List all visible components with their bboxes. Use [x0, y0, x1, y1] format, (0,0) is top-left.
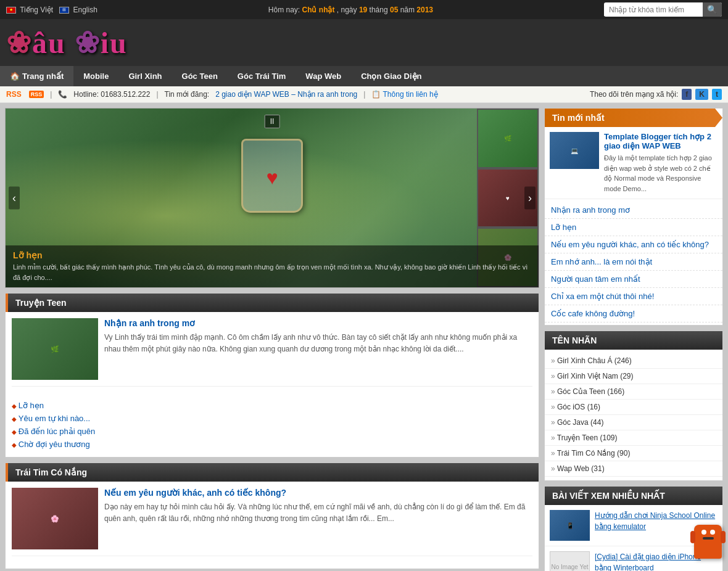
robot-eyes: [701, 530, 715, 535]
sidebar-link-2[interactable]: Nếu em yêu người khác, anh có tiếc không…: [545, 236, 722, 253]
nav-girl-xinh[interactable]: Girl Xinh: [118, 66, 172, 86]
article-title-link[interactable]: Nhận ra anh trong mơ: [104, 318, 532, 328]
slider-caption: Lỡ hẹn Linh mỉm cười, bất giác thấy mình…: [6, 245, 539, 287]
rss-icon: RSS: [29, 91, 44, 98]
nav-home[interactable]: 🏠 Trang nhất: [0, 66, 73, 86]
bullet-links: Lỡ hẹn Yêu em tự khi nào... Đã đến lúc p…: [6, 399, 539, 457]
slider-next-button[interactable]: ›: [524, 187, 536, 210]
sidebar-featured-post: 💻 Template Blogger tích hợp 2 giao diện …: [545, 127, 722, 199]
bullet-link-2[interactable]: Đã đến lúc phải quên: [12, 425, 532, 438]
bullet-link-1[interactable]: Yêu em tự khi nào...: [12, 412, 532, 425]
main-layout: ♥ II ‹ › 🌿 ♥ 🌸: [0, 103, 728, 571]
article-content-trai-tim: Nếu em yêu người khác, anh có tiếc không…: [104, 488, 532, 549]
sidebar-link-5[interactable]: Chỉ xa em một chút thôi nhé!: [545, 288, 722, 305]
lang-viet-link[interactable]: Tiếng Việt: [6, 6, 53, 14]
hotline-text: Hotline: 01683.512.222: [73, 90, 150, 99]
robot-mouth: [703, 537, 714, 540]
label-item-6[interactable]: Trái Tim Có Nắng (90): [545, 446, 722, 461]
new-post-link[interactable]: 2 giao diện WAP WEB – Nhận ra anh trong: [215, 90, 357, 99]
nav-goc-teen[interactable]: Góc Teen: [172, 66, 228, 86]
sidebar-link-1[interactable]: Lỡ hẹn: [545, 219, 722, 236]
labels-header: TÊN NHÃN: [545, 331, 722, 350]
nav-mobile[interactable]: Mobile: [73, 66, 118, 86]
label-item-7[interactable]: Wap Web (31): [545, 461, 722, 477]
lang-en-link[interactable]: English: [59, 6, 97, 14]
en-flag-icon: [59, 7, 69, 14]
twitter-icon[interactable]: t: [712, 89, 722, 100]
sidebar-link-0[interactable]: Nhận ra anh trong mơ: [545, 202, 722, 219]
trai-tim-section: Trái Tim Có Nắng 🌸 Nếu em yêu người khác…: [5, 462, 539, 569]
lang-en-label: English: [73, 6, 97, 14]
article-content: Nhận ra anh trong mơ Vy Linh thấy trái t…: [104, 318, 532, 380]
label-item-0[interactable]: Girl Xinh Châu Á (246): [545, 353, 722, 369]
contact-link[interactable]: 📋 Thông tin liên hệ: [371, 90, 437, 99]
label-item-2[interactable]: Góc Của Teen (166): [545, 384, 722, 400]
date-display: Hôm nay: Chủ nhật , ngày 19 tháng 05 năm…: [268, 6, 433, 14]
robot-eye-left: [701, 530, 706, 535]
label-item-3[interactable]: Góc iOS (16): [545, 400, 722, 415]
article-thumb-img-trai-tim: 🌸: [12, 488, 98, 549]
search-input[interactable]: [604, 4, 703, 16]
top-bar: Tiếng Việt English Hôm nay: Chủ nhật , n…: [0, 0, 728, 19]
mv-thumb-1: No Image Yet: [550, 551, 590, 571]
bottle-illustration: ♥: [217, 139, 328, 237]
bullet-link-0[interactable]: Lỡ hẹn: [12, 399, 532, 412]
latest-news-box: Tin mới nhất 💻 Template Blogger tích hợp…: [544, 108, 723, 326]
slider-pause-button[interactable]: II: [265, 115, 280, 128]
slider-thumb-1[interactable]: 🌿: [477, 109, 539, 168]
nav-chon-giao-dien[interactable]: Chọn Giao Diện: [351, 66, 431, 86]
nav-bar: 🏠 Trang nhất Mobile Girl Xinh Góc Teen G…: [0, 66, 728, 86]
new-post-label: Tin mới đăng:: [165, 90, 210, 99]
label-item-4[interactable]: Góc Java (44): [545, 415, 722, 430]
article-thumbnail: 🌿: [12, 318, 98, 380]
labels-box: TÊN NHÃN Girl Xinh Châu Á (246) Girl Xin…: [544, 331, 723, 481]
nav-goc-trai-tim[interactable]: Góc Trái Tim: [228, 66, 296, 86]
trai-tim-articles: 🌸 Nếu em yêu người khác, anh có tiếc khô…: [6, 482, 539, 569]
thumb-image-1: 🌿: [478, 110, 537, 167]
heart-icon: ♥: [243, 141, 301, 215]
slider-caption-title: Lỡ hẹn: [13, 250, 531, 260]
article-item-trai-tim: 🌸 Nếu em yêu người khác, anh có tiếc khô…: [12, 488, 532, 556]
sidebar-link-6[interactable]: Cốc cafe không đường!: [545, 305, 722, 322]
slider-caption-desc: Linh mỉm cười, bất giác thấy mình hạnh p…: [13, 262, 531, 282]
kling-icon[interactable]: K: [695, 89, 708, 100]
truyen-teen-section: Truyện Teen 🌿 Nhận ra anh trong mơ Vy Li…: [5, 293, 539, 458]
slider-main-image: ♥ II ‹ › 🌿 ♥ 🌸: [6, 109, 539, 287]
hotline-icon: 📞: [58, 90, 67, 99]
label-list: Girl Xinh Châu Á (246) Girl Xinh Việt Na…: [545, 350, 722, 480]
nav-wap-web[interactable]: Wap Web: [296, 66, 351, 86]
sidebar-featured-text: Template Blogger tích hợp 2 giao diện WA…: [604, 132, 718, 194]
latest-news-header: Tin mới nhất: [545, 109, 722, 127]
sidebar-featured-thumb: 💻: [550, 132, 599, 169]
image-slider: ♥ II ‹ › 🌿 ♥ 🌸: [5, 108, 539, 288]
slider-prev-button[interactable]: ‹: [9, 187, 20, 210]
site-logo[interactable]: ❀âu ❀iu: [6, 25, 128, 60]
sidebar-link-3[interactable]: Em nhớ anh... là em nói thật: [545, 253, 722, 271]
article-excerpt-trai-tim: Dạo này em hay tự hỏi mình câu hỏi ấy. V…: [104, 501, 532, 525]
most-viewed-header: BÀI VIẾT XEM NHIỀU NHẤT: [545, 487, 722, 505]
sidebar-featured-title[interactable]: Template Blogger tích hợp 2 giao diện WA…: [604, 132, 718, 150]
content-area: ♥ II ‹ › 🌿 ♥ 🌸: [5, 108, 539, 571]
bullet-link-3[interactable]: Chờ đợi yêu thương: [12, 438, 532, 451]
search-button[interactable]: 🔍: [703, 2, 722, 17]
search-box[interactable]: 🔍: [604, 2, 722, 17]
header: ❀âu ❀iu: [0, 19, 728, 66]
article-title-trai-tim[interactable]: Nếu em yêu người khác, anh có tiếc không…: [104, 488, 532, 498]
label-item-5[interactable]: Truyện Teen (109): [545, 430, 722, 446]
label-item-1[interactable]: Girl Xinh Việt Nam (29): [545, 369, 722, 384]
sidebar-links: Nhận ra anh trong mơ Lỡ hẹn Nếu em yêu n…: [545, 199, 722, 325]
sidebar-featured-excerpt: Đây là một template tích hợp 2 giao diện…: [604, 153, 718, 194]
rss-label[interactable]: RSS: [6, 90, 22, 99]
social-links[interactable]: Theo dõi trên mạng xã hội: f K t: [590, 89, 722, 100]
robot-eye-right: [710, 530, 715, 535]
truyen-teen-articles: 🌿 Nhận ra anh trong mơ Vy Linh thấy trái…: [6, 312, 539, 399]
article-thumbnail-trai-tim: 🌸: [12, 488, 98, 549]
sidebar-link-4[interactable]: Người quan tâm em nhất: [545, 271, 722, 288]
article-item: 🌿 Nhận ra anh trong mơ Vy Linh thấy trái…: [12, 318, 532, 387]
language-selector[interactable]: Tiếng Việt English: [6, 6, 97, 14]
mv-thumb-0: 📱: [550, 510, 590, 541]
article-thumb-image: 🌿: [12, 318, 98, 380]
truyen-teen-header: Truyện Teen: [6, 294, 539, 312]
robot-right-ear: [721, 531, 726, 543]
facebook-icon[interactable]: f: [682, 89, 692, 100]
